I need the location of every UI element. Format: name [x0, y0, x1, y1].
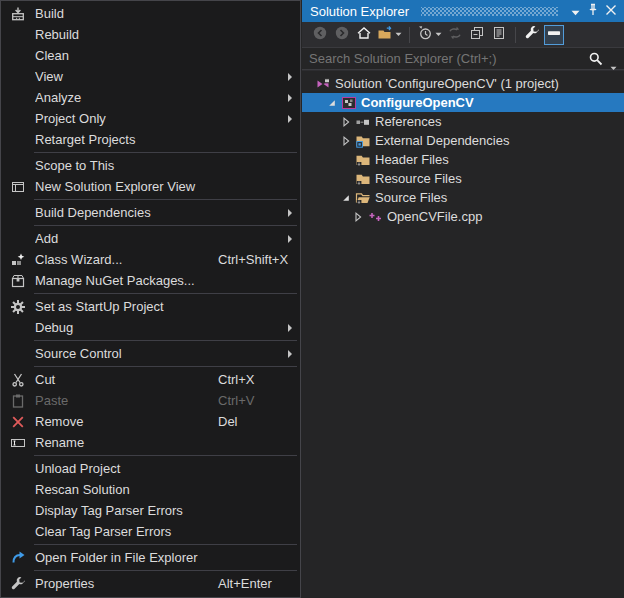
- menu-item-label: Clean: [35, 48, 218, 63]
- search-icon[interactable]: [588, 51, 604, 71]
- menu-item-build[interactable]: Build: [1, 3, 300, 24]
- menu-item-scope-to-this[interactable]: Scope to This: [1, 155, 300, 176]
- titlebar-drag-grip[interactable]: [421, 7, 558, 16]
- tree-arrow-slot: [338, 171, 354, 187]
- menu-item-clean[interactable]: Clean: [1, 45, 300, 66]
- search-options-caret[interactable]: [610, 57, 617, 75]
- nuget-icon: [9, 273, 27, 289]
- search-input[interactable]: [302, 47, 624, 70]
- tree-item-opencvfile-cpp[interactable]: OpenCVFile.cpp: [302, 207, 624, 226]
- window-position-button[interactable]: [566, 2, 584, 20]
- menu-item-analyze[interactable]: Analyze: [1, 87, 300, 108]
- menu-item-project-only[interactable]: Project Only: [1, 108, 300, 129]
- forward-icon: [334, 25, 350, 45]
- menu-item-clear-tag-parser-errors[interactable]: Clear Tag Parser Errors: [1, 521, 300, 542]
- gear-icon: [9, 299, 27, 315]
- menu-item-unload-project[interactable]: Unload Project: [1, 458, 300, 479]
- menu-item-icon-slot: [9, 503, 27, 519]
- home-icon: [356, 25, 372, 45]
- preview-selected-items-button[interactable]: [544, 25, 564, 45]
- menu-item-label: Clear Tag Parser Errors: [35, 524, 218, 539]
- properties-button[interactable]: [522, 25, 542, 45]
- tree-collapsed-arrow-icon[interactable]: [338, 133, 354, 149]
- chevron-down-icon: [435, 32, 442, 37]
- switch-views-icon: [377, 25, 393, 45]
- tree-item-header-files[interactable]: Header Files: [302, 150, 624, 169]
- menu-item-debug[interactable]: Debug: [1, 317, 300, 338]
- cpp-project-icon: [340, 95, 357, 111]
- menu-item-retarget-projects[interactable]: Retarget Projects: [1, 129, 300, 150]
- menu-item-shortcut: Ctrl+X: [218, 372, 288, 387]
- menu-item-shortcut: Alt+Enter: [218, 576, 288, 591]
- tree-expanded-arrow-icon[interactable]: [324, 95, 340, 111]
- tree-item-solution-configureopencv-1-project[interactable]: Solution 'ConfigureOpenCV' (1 project): [302, 74, 624, 93]
- tree-item-source-files[interactable]: Source Files: [302, 188, 624, 207]
- menu-item-label: Remove: [35, 414, 218, 429]
- show-all-files-button[interactable]: [489, 25, 509, 45]
- cut-icon: [9, 372, 27, 388]
- menu-item-source-control[interactable]: Source Control: [1, 343, 300, 364]
- home-button[interactable]: [354, 25, 374, 45]
- tree-expanded-arrow-icon[interactable]: [338, 190, 354, 206]
- menu-item-label: Add: [35, 231, 218, 246]
- menu-item-build-dependencies[interactable]: Build Dependencies: [1, 202, 300, 223]
- tree-item-references[interactable]: References: [302, 112, 624, 131]
- menu-item-rebuild[interactable]: Rebuild: [1, 24, 300, 45]
- menu-item-label: Project Only: [35, 111, 218, 126]
- build-icon: [9, 6, 27, 22]
- submenu-arrow-icon: [288, 90, 292, 105]
- toolbar-separator: [409, 27, 410, 43]
- menu-item-icon-slot: [9, 90, 27, 106]
- menu-item-rename[interactable]: Rename: [1, 432, 300, 453]
- tree-collapsed-arrow-icon[interactable]: [350, 209, 366, 225]
- rename-icon: [9, 435, 27, 451]
- solution-explorer-toolbar: [302, 22, 624, 47]
- menu-item-cut[interactable]: CutCtrl+X: [1, 369, 300, 390]
- menu-item-add[interactable]: Add: [1, 228, 300, 249]
- menu-item-manage-nuget-packages[interactable]: Manage NuGet Packages...: [1, 270, 300, 291]
- menu-item-class-wizard[interactable]: Class Wizard...Ctrl+Shift+X: [1, 249, 300, 270]
- menu-item-display-tag-parser-errors[interactable]: Display Tag Parser Errors: [1, 500, 300, 521]
- switch-views-button[interactable]: [376, 25, 403, 45]
- menu-item-view[interactable]: View: [1, 66, 300, 87]
- close-button[interactable]: [602, 2, 620, 20]
- tree-item-configureopencv[interactable]: ConfigureOpenCV: [302, 93, 624, 112]
- class-wizard-icon: [9, 252, 27, 268]
- remove-icon: [9, 414, 27, 430]
- tree-item-resource-files[interactable]: Resource Files: [302, 169, 624, 188]
- open-folder-icon: [9, 550, 27, 566]
- menu-item-rescan-solution[interactable]: Rescan Solution: [1, 479, 300, 500]
- tree-item-label: Solution 'ConfigureOpenCV' (1 project): [335, 76, 559, 91]
- back-button[interactable]: [310, 25, 330, 45]
- menu-separator: [34, 340, 297, 341]
- sync-with-active-document-button[interactable]: [445, 25, 465, 45]
- forward-button[interactable]: [332, 25, 352, 45]
- menu-item-new-solution-explorer-view[interactable]: New Solution Explorer View: [1, 176, 300, 197]
- menu-item-label: Retarget Projects: [35, 132, 218, 147]
- solution-icon: [314, 76, 331, 92]
- tree-arrow-slot: [338, 152, 354, 168]
- menu-item-label: Set as StartUp Project: [35, 299, 218, 314]
- menu-item-properties[interactable]: PropertiesAlt+Enter: [1, 573, 300, 594]
- pin-button[interactable]: [584, 2, 602, 20]
- menu-item-label: View: [35, 69, 218, 84]
- search-box: [302, 47, 624, 71]
- menu-item-shortcut: Ctrl+Shift+X: [218, 252, 288, 267]
- menu-item-icon-slot: [9, 346, 27, 362]
- menu-item-remove[interactable]: RemoveDel: [1, 411, 300, 432]
- project-context-menu: BuildRebuildCleanViewAnalyzeProject Only…: [0, 0, 301, 598]
- sync-icon: [447, 25, 463, 45]
- tree-collapsed-arrow-icon[interactable]: [338, 114, 354, 130]
- collapse-all-button[interactable]: [467, 25, 487, 45]
- tree-item-external-dependencies[interactable]: External Dependencies: [302, 131, 624, 150]
- menu-item-label: Display Tag Parser Errors: [35, 503, 218, 518]
- wrench-white-icon: [524, 25, 540, 45]
- pending-changes-filter-button[interactable]: [416, 25, 443, 45]
- menu-item-icon-slot: [9, 27, 27, 43]
- menu-item-label: Analyze: [35, 90, 218, 105]
- chevron-down-icon: [395, 32, 402, 37]
- menu-item-icon-slot: [9, 205, 27, 221]
- toolbar-separator: [515, 27, 516, 43]
- menu-item-open-folder-in-file-explorer[interactable]: Open Folder in File Explorer: [1, 547, 300, 568]
- menu-item-set-as-startup-project[interactable]: Set as StartUp Project: [1, 296, 300, 317]
